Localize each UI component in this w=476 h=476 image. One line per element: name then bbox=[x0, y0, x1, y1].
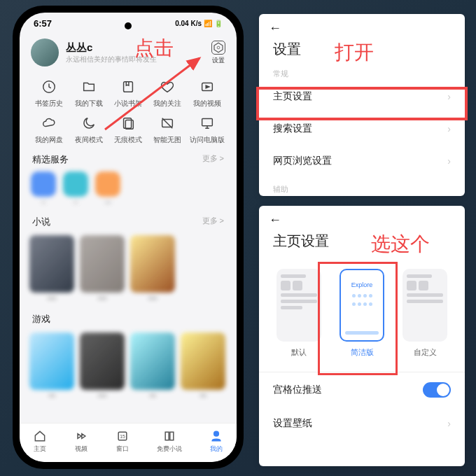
svg-rect-3 bbox=[124, 82, 133, 92]
avatar[interactable] bbox=[31, 38, 59, 66]
tab-novels[interactable]: 免费小说 bbox=[157, 429, 182, 454]
app-icon[interactable] bbox=[95, 172, 120, 197]
incognito-mode[interactable]: 无痕模式 bbox=[108, 114, 148, 145]
game-card[interactable]: ▪▪▪▪ bbox=[80, 332, 125, 399]
game-card[interactable]: ▪▪▪ bbox=[29, 332, 74, 399]
game-header: 游戏 bbox=[20, 306, 237, 328]
profile-subtitle: 永远相信美好的事情即将发生 bbox=[66, 55, 157, 64]
layout-simple[interactable]: Explore 简洁版 bbox=[340, 269, 384, 358]
tab-home[interactable]: 主页 bbox=[33, 429, 47, 454]
layout-custom[interactable]: 自定义 bbox=[402, 269, 447, 358]
novel-shelf[interactable]: 小说书架 bbox=[108, 78, 148, 108]
game-cards: ▪▪▪ ▪▪▪▪ ▪▪▪ ▪▪▪ bbox=[20, 328, 237, 403]
tab-windows[interactable]: 15窗口 bbox=[115, 429, 130, 454]
svg-rect-8 bbox=[202, 119, 212, 126]
chevron-right-icon: › bbox=[447, 123, 451, 134]
tab-bar: 主页 视频 15窗口 免费小说 我的 bbox=[20, 423, 237, 462]
layout-preview: Explore bbox=[340, 269, 384, 342]
bookmark-history[interactable]: 书签历史 bbox=[29, 78, 69, 108]
featured-apps: ▪▪ ▪▪ ▪▪▪ bbox=[20, 169, 237, 209]
setting-grid-push[interactable]: 宫格位推送 bbox=[259, 372, 465, 407]
novel-card[interactable]: ▪▪▪▪ bbox=[29, 235, 74, 302]
chevron-right-icon: › bbox=[447, 418, 451, 429]
game-card[interactable]: ▪▪▪ bbox=[181, 332, 225, 399]
profile-text: 丛丛c 永远相信美好的事情即将发生 bbox=[66, 41, 157, 64]
my-follows[interactable]: 我的关注 bbox=[148, 78, 187, 108]
layout-preview bbox=[402, 269, 447, 342]
profile-name: 丛丛c bbox=[66, 41, 157, 55]
more-link[interactable]: 更多 > bbox=[202, 216, 224, 228]
category-label: 辅助 bbox=[259, 181, 465, 196]
phone-frame: 6:57 0.04 K/s 📶🔋 丛丛c 永远相信美好的事情即将发生 设置 书签… bbox=[13, 6, 244, 469]
app-icon[interactable] bbox=[31, 172, 56, 197]
my-videos[interactable]: 我的视频 bbox=[188, 78, 227, 108]
game-card[interactable]: ▪▪▪ bbox=[130, 332, 175, 399]
category-label: 常规 bbox=[259, 66, 465, 80]
svg-text:15: 15 bbox=[120, 434, 125, 439]
panel-title: 主页设置 bbox=[259, 229, 465, 258]
tab-me[interactable]: 我的 bbox=[209, 429, 223, 454]
my-cloud[interactable]: 我的网盘 bbox=[29, 114, 69, 145]
status-time: 6:57 bbox=[34, 18, 52, 29]
svg-rect-6 bbox=[125, 120, 133, 129]
layout-preview bbox=[276, 269, 321, 342]
night-mode[interactable]: 夜间模式 bbox=[69, 114, 108, 145]
quick-actions-row2: 我的网盘 夜间模式 无痕模式 智能无图 访问电脑版 bbox=[20, 110, 237, 146]
camera-hole bbox=[125, 22, 132, 29]
desktop-mode[interactable]: 访问电脑版 bbox=[188, 114, 227, 145]
novel-header: 小说 更多 > bbox=[20, 209, 237, 231]
tab-video[interactable]: 视频 bbox=[74, 429, 88, 454]
novel-card[interactable]: ▪▪▪▪ bbox=[130, 235, 175, 302]
panel-title: 设置 bbox=[259, 37, 465, 66]
settings-button[interactable]: 设置 bbox=[211, 41, 225, 65]
featured-header: 精选服务 更多 > bbox=[20, 146, 237, 169]
back-button[interactable]: ← bbox=[259, 206, 465, 229]
svg-marker-0 bbox=[214, 43, 223, 52]
my-downloads[interactable]: 我的下载 bbox=[69, 78, 108, 108]
novel-card[interactable]: ▪▪▪▪ bbox=[80, 235, 125, 302]
setting-homepage[interactable]: 主页设置› bbox=[259, 80, 465, 113]
layout-default[interactable]: 默认 bbox=[276, 269, 321, 358]
back-button[interactable]: ← bbox=[259, 14, 465, 37]
chevron-right-icon: › bbox=[447, 155, 451, 167]
app-icon[interactable] bbox=[63, 172, 88, 197]
quick-actions-row1: 书签历史 我的下载 小说书架 我的关注 我的视频 bbox=[20, 74, 237, 110]
layout-options: 默认 Explore 简洁版 自定义 bbox=[259, 258, 465, 362]
toggle-on[interactable] bbox=[423, 382, 451, 398]
novel-cards: ▪▪▪▪ ▪▪▪▪ ▪▪▪▪ bbox=[20, 231, 237, 306]
phone-screen: 6:57 0.04 K/s 📶🔋 丛丛c 永远相信美好的事情即将发生 设置 书签… bbox=[20, 13, 237, 462]
gear-icon bbox=[211, 41, 225, 55]
setting-browsing[interactable]: 网页浏览设置› bbox=[259, 145, 465, 177]
status-right: 0.04 K/s 📶🔋 bbox=[175, 18, 223, 29]
setting-wallpaper[interactable]: 设置壁纸 › bbox=[259, 407, 465, 440]
profile-row[interactable]: 丛丛c 永远相信美好的事情即将发生 设置 bbox=[20, 31, 237, 74]
settings-panel: ← 设置 常规 主页设置› 搜索设置› 网页浏览设置› 辅助 bbox=[259, 14, 465, 196]
svg-point-11 bbox=[214, 431, 218, 436]
more-link[interactable]: 更多 > bbox=[202, 153, 224, 166]
chevron-right-icon: › bbox=[447, 91, 451, 102]
smart-noimage[interactable]: 智能无图 bbox=[148, 114, 187, 145]
homepage-settings-panel: ← 主页设置 默认 Explore 简洁版 bbox=[259, 206, 465, 466]
setting-search[interactable]: 搜索设置› bbox=[259, 113, 465, 145]
svg-point-1 bbox=[217, 46, 220, 49]
